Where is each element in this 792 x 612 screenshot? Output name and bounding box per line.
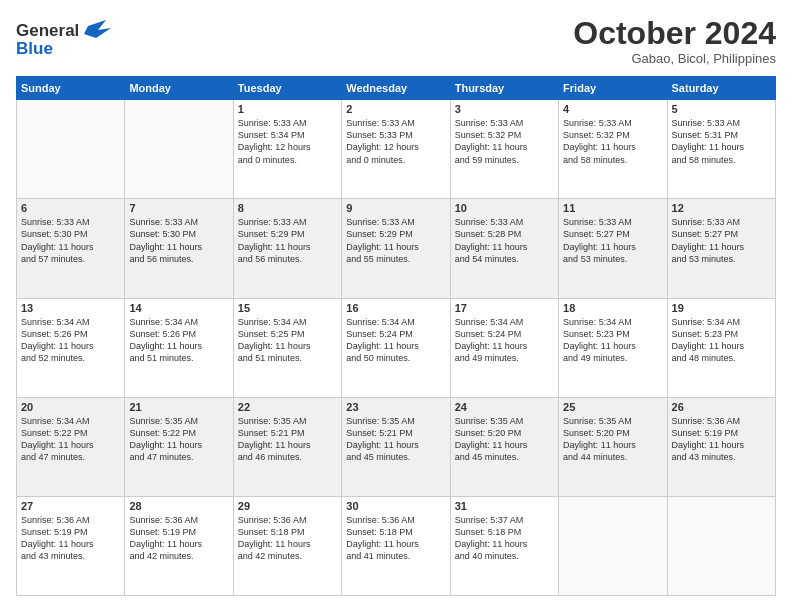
day-number: 3	[455, 103, 554, 115]
day-number: 23	[346, 401, 445, 413]
day-info: Sunrise: 5:35 AMSunset: 5:22 PMDaylight:…	[129, 415, 228, 464]
day-number: 26	[672, 401, 771, 413]
day-number: 24	[455, 401, 554, 413]
table-row: 31Sunrise: 5:37 AMSunset: 5:18 PMDayligh…	[450, 496, 558, 595]
table-row: 28Sunrise: 5:36 AMSunset: 5:19 PMDayligh…	[125, 496, 233, 595]
day-number: 15	[238, 302, 337, 314]
calendar-week-row: 27Sunrise: 5:36 AMSunset: 5:19 PMDayligh…	[17, 496, 776, 595]
day-info: Sunrise: 5:33 AMSunset: 5:29 PMDaylight:…	[346, 216, 445, 265]
logo-svg: General Blue	[16, 16, 126, 60]
header-sunday: Sunday	[17, 77, 125, 100]
title-block: October 2024 Gabao, Bicol, Philippines	[573, 16, 776, 66]
table-row: 14Sunrise: 5:34 AMSunset: 5:26 PMDayligh…	[125, 298, 233, 397]
svg-text:General: General	[16, 21, 79, 40]
day-info: Sunrise: 5:33 AMSunset: 5:28 PMDaylight:…	[455, 216, 554, 265]
day-info: Sunrise: 5:34 AMSunset: 5:22 PMDaylight:…	[21, 415, 120, 464]
month-title: October 2024	[573, 16, 776, 51]
table-row: 24Sunrise: 5:35 AMSunset: 5:20 PMDayligh…	[450, 397, 558, 496]
header-wednesday: Wednesday	[342, 77, 450, 100]
day-info: Sunrise: 5:33 AMSunset: 5:29 PMDaylight:…	[238, 216, 337, 265]
day-number: 20	[21, 401, 120, 413]
day-info: Sunrise: 5:34 AMSunset: 5:23 PMDaylight:…	[672, 316, 771, 365]
table-row: 5Sunrise: 5:33 AMSunset: 5:31 PMDaylight…	[667, 100, 775, 199]
page: General Blue October 2024 Gabao, Bicol, …	[0, 0, 792, 612]
day-info: Sunrise: 5:34 AMSunset: 5:26 PMDaylight:…	[129, 316, 228, 365]
day-info: Sunrise: 5:35 AMSunset: 5:20 PMDaylight:…	[563, 415, 662, 464]
table-row: 27Sunrise: 5:36 AMSunset: 5:19 PMDayligh…	[17, 496, 125, 595]
table-row: 25Sunrise: 5:35 AMSunset: 5:20 PMDayligh…	[559, 397, 667, 496]
table-row	[17, 100, 125, 199]
table-row: 8Sunrise: 5:33 AMSunset: 5:29 PMDaylight…	[233, 199, 341, 298]
table-row: 6Sunrise: 5:33 AMSunset: 5:30 PMDaylight…	[17, 199, 125, 298]
calendar-header-row: Sunday Monday Tuesday Wednesday Thursday…	[17, 77, 776, 100]
header-friday: Friday	[559, 77, 667, 100]
table-row: 21Sunrise: 5:35 AMSunset: 5:22 PMDayligh…	[125, 397, 233, 496]
table-row: 22Sunrise: 5:35 AMSunset: 5:21 PMDayligh…	[233, 397, 341, 496]
day-number: 14	[129, 302, 228, 314]
calendar-table: Sunday Monday Tuesday Wednesday Thursday…	[16, 76, 776, 596]
day-info: Sunrise: 5:36 AMSunset: 5:18 PMDaylight:…	[346, 514, 445, 563]
table-row: 16Sunrise: 5:34 AMSunset: 5:24 PMDayligh…	[342, 298, 450, 397]
table-row: 10Sunrise: 5:33 AMSunset: 5:28 PMDayligh…	[450, 199, 558, 298]
table-row: 20Sunrise: 5:34 AMSunset: 5:22 PMDayligh…	[17, 397, 125, 496]
table-row: 19Sunrise: 5:34 AMSunset: 5:23 PMDayligh…	[667, 298, 775, 397]
day-number: 8	[238, 202, 337, 214]
day-info: Sunrise: 5:36 AMSunset: 5:19 PMDaylight:…	[21, 514, 120, 563]
logo: General Blue	[16, 16, 126, 64]
day-info: Sunrise: 5:34 AMSunset: 5:24 PMDaylight:…	[346, 316, 445, 365]
table-row	[667, 496, 775, 595]
day-number: 5	[672, 103, 771, 115]
day-number: 27	[21, 500, 120, 512]
table-row: 9Sunrise: 5:33 AMSunset: 5:29 PMDaylight…	[342, 199, 450, 298]
day-info: Sunrise: 5:35 AMSunset: 5:21 PMDaylight:…	[238, 415, 337, 464]
table-row: 1Sunrise: 5:33 AMSunset: 5:34 PMDaylight…	[233, 100, 341, 199]
table-row: 15Sunrise: 5:34 AMSunset: 5:25 PMDayligh…	[233, 298, 341, 397]
header-thursday: Thursday	[450, 77, 558, 100]
table-row: 12Sunrise: 5:33 AMSunset: 5:27 PMDayligh…	[667, 199, 775, 298]
header: General Blue October 2024 Gabao, Bicol, …	[16, 16, 776, 66]
table-row: 17Sunrise: 5:34 AMSunset: 5:24 PMDayligh…	[450, 298, 558, 397]
day-info: Sunrise: 5:35 AMSunset: 5:20 PMDaylight:…	[455, 415, 554, 464]
day-info: Sunrise: 5:37 AMSunset: 5:18 PMDaylight:…	[455, 514, 554, 563]
day-number: 9	[346, 202, 445, 214]
day-info: Sunrise: 5:36 AMSunset: 5:19 PMDaylight:…	[129, 514, 228, 563]
location-subtitle: Gabao, Bicol, Philippines	[573, 51, 776, 66]
table-row: 13Sunrise: 5:34 AMSunset: 5:26 PMDayligh…	[17, 298, 125, 397]
day-number: 12	[672, 202, 771, 214]
day-number: 6	[21, 202, 120, 214]
calendar-week-row: 6Sunrise: 5:33 AMSunset: 5:30 PMDaylight…	[17, 199, 776, 298]
day-number: 4	[563, 103, 662, 115]
day-number: 11	[563, 202, 662, 214]
header-saturday: Saturday	[667, 77, 775, 100]
day-number: 17	[455, 302, 554, 314]
table-row: 18Sunrise: 5:34 AMSunset: 5:23 PMDayligh…	[559, 298, 667, 397]
day-info: Sunrise: 5:33 AMSunset: 5:31 PMDaylight:…	[672, 117, 771, 166]
table-row: 23Sunrise: 5:35 AMSunset: 5:21 PMDayligh…	[342, 397, 450, 496]
day-info: Sunrise: 5:34 AMSunset: 5:26 PMDaylight:…	[21, 316, 120, 365]
calendar-week-row: 1Sunrise: 5:33 AMSunset: 5:34 PMDaylight…	[17, 100, 776, 199]
day-number: 18	[563, 302, 662, 314]
day-number: 21	[129, 401, 228, 413]
day-number: 28	[129, 500, 228, 512]
day-info: Sunrise: 5:33 AMSunset: 5:32 PMDaylight:…	[563, 117, 662, 166]
logo-text: General Blue	[16, 16, 126, 64]
day-info: Sunrise: 5:33 AMSunset: 5:34 PMDaylight:…	[238, 117, 337, 166]
day-info: Sunrise: 5:33 AMSunset: 5:30 PMDaylight:…	[21, 216, 120, 265]
header-tuesday: Tuesday	[233, 77, 341, 100]
day-info: Sunrise: 5:33 AMSunset: 5:33 PMDaylight:…	[346, 117, 445, 166]
calendar-week-row: 13Sunrise: 5:34 AMSunset: 5:26 PMDayligh…	[17, 298, 776, 397]
table-row	[559, 496, 667, 595]
table-row	[125, 100, 233, 199]
day-number: 19	[672, 302, 771, 314]
table-row: 30Sunrise: 5:36 AMSunset: 5:18 PMDayligh…	[342, 496, 450, 595]
day-number: 13	[21, 302, 120, 314]
table-row: 29Sunrise: 5:36 AMSunset: 5:18 PMDayligh…	[233, 496, 341, 595]
day-info: Sunrise: 5:33 AMSunset: 5:30 PMDaylight:…	[129, 216, 228, 265]
day-number: 2	[346, 103, 445, 115]
day-info: Sunrise: 5:34 AMSunset: 5:25 PMDaylight:…	[238, 316, 337, 365]
svg-marker-2	[84, 20, 111, 38]
day-number: 25	[563, 401, 662, 413]
table-row: 2Sunrise: 5:33 AMSunset: 5:33 PMDaylight…	[342, 100, 450, 199]
day-number: 29	[238, 500, 337, 512]
day-info: Sunrise: 5:33 AMSunset: 5:27 PMDaylight:…	[672, 216, 771, 265]
